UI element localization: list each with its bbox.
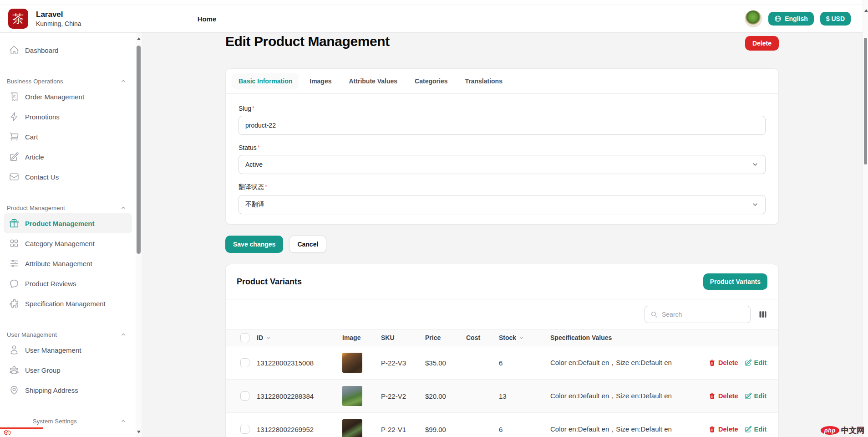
translation-status-label: 翻译状态* — [239, 183, 766, 191]
brand-block: Laravel Kunming, China — [36, 10, 81, 27]
row-edit-button[interactable]: Edit — [745, 426, 766, 433]
sidebar-item-order-management[interactable]: Order Management — [4, 87, 132, 107]
sidebar-section-system-settings[interactable]: System Settings — [7, 416, 127, 427]
sidebar-item-label: Article — [25, 153, 44, 161]
row-delete-button[interactable]: Delete — [708, 426, 738, 433]
pencil-square-icon — [9, 152, 19, 162]
table-row: 131228002288384P-22-V2$20.0013Color en:D… — [226, 380, 778, 413]
sidebar-scrollbar[interactable] — [136, 33, 142, 437]
sidebar-item-cart[interactable]: Cart — [4, 127, 132, 147]
translation-status-select[interactable]: 不翻译 — [239, 195, 766, 214]
cell-spec-values: Color en:Default en，Size en:Default en — [550, 359, 689, 367]
corner-extension-badge[interactable] — [0, 427, 43, 437]
scroll-up-arrow-icon[interactable] — [863, 7, 868, 14]
language-button[interactable]: English — [768, 12, 814, 26]
slug-input[interactable]: product-22 — [239, 116, 766, 135]
column-header-stock[interactable]: Stock — [499, 334, 550, 341]
row-edit-button[interactable]: Edit — [745, 392, 766, 400]
column-header-specification-values: Specification Values — [550, 334, 689, 341]
sidebar-item-product-reviews[interactable]: Product Reviews — [4, 273, 132, 293]
globe-icon — [774, 15, 782, 22]
sidebar-section-product-management[interactable]: Product Management — [7, 202, 127, 213]
cell-stock: 6 — [499, 426, 550, 433]
sidebar-scroll-thumb[interactable] — [137, 46, 141, 254]
chevron-up-icon — [120, 418, 127, 424]
tab-basic-information[interactable]: Basic Information — [232, 73, 299, 89]
trash-icon — [708, 426, 716, 433]
column-label: Image — [342, 334, 360, 341]
delete-label: Delete — [718, 392, 738, 400]
row-delete-button[interactable]: Delete — [708, 359, 738, 367]
chevron-down-icon — [518, 335, 524, 341]
product-image-green-plant — [342, 386, 362, 406]
sidebar-item-user-management[interactable]: User Management — [4, 340, 132, 360]
sidebar-item-shipping-address[interactable]: Shipping Address — [4, 380, 132, 400]
sliders-icon — [9, 258, 19, 268]
product-variants-button[interactable]: Product Variants — [703, 273, 767, 290]
gift-icon — [9, 218, 19, 228]
select-all-checkbox[interactable] — [240, 333, 249, 342]
sidebar-item-product-management[interactable]: Product Management — [4, 213, 132, 233]
cancel-button[interactable]: Cancel — [289, 236, 326, 253]
sidebar-item-article[interactable]: Article — [4, 147, 132, 167]
tab-images[interactable]: Images — [303, 73, 338, 89]
row-delete-button[interactable]: Delete — [708, 392, 738, 400]
sidebar-section-business-operations[interactable]: Business Operations — [7, 76, 127, 87]
scroll-up-arrow-icon[interactable] — [136, 36, 142, 42]
nav-home[interactable]: Home — [198, 15, 217, 23]
app-title: Laravel — [36, 10, 81, 19]
sidebar-item-category-management[interactable]: Category Management — [4, 233, 132, 253]
cell-spec-values: Color en:Default en，Size en:Default en — [550, 392, 689, 401]
sidebar-item-label: User Group — [25, 366, 61, 374]
tab-categories[interactable]: Categories — [408, 73, 454, 89]
sidebar-item-contact-us[interactable]: Contact Us — [4, 167, 132, 187]
tab-translations[interactable]: Translations — [458, 73, 508, 89]
window-scroll-thumb[interactable] — [864, 38, 867, 165]
sidebar-item-specification-management[interactable]: Specification Management — [4, 293, 132, 314]
sliders-icon — [9, 258, 19, 268]
sidebar-item-dashboard[interactable]: Dashboard — [4, 40, 132, 60]
window-scrollbar[interactable] — [863, 0, 868, 437]
receipt-icon — [9, 92, 19, 102]
row-edit-button[interactable]: Edit — [745, 359, 766, 366]
row-checkbox[interactable] — [240, 425, 249, 434]
scroll-down-arrow-icon[interactable] — [136, 429, 142, 435]
cell-id: 131228002315008 — [257, 359, 342, 367]
cell-price: $20.00 — [425, 392, 466, 400]
edit-form-card: Basic InformationImagesAttribute ValuesC… — [225, 68, 779, 225]
map-pin-icon — [9, 385, 19, 395]
row-checkbox[interactable] — [240, 358, 249, 367]
status-label: Status* — [239, 144, 766, 151]
sidebar-section-user-management[interactable]: User Management — [7, 329, 127, 340]
bolt-icon — [9, 112, 19, 122]
column-header-image: Image — [342, 334, 381, 341]
column-label: Stock — [499, 334, 516, 341]
sort-chevron-icon — [265, 335, 271, 341]
chevron-up-icon — [120, 205, 127, 211]
user-avatar[interactable] — [745, 10, 762, 27]
column-header-id[interactable]: ID — [257, 334, 342, 341]
save-button[interactable]: Save changes — [225, 236, 283, 253]
delete-button[interactable]: Delete — [745, 36, 779, 51]
required-asterisk: * — [265, 183, 267, 190]
delete-label: Delete — [718, 426, 738, 433]
column-label: ID — [257, 334, 263, 341]
page-title: Edit Product Management — [225, 34, 390, 49]
status-select[interactable]: Active — [239, 155, 766, 174]
translation-status-field-group: 翻译状态* 不翻译 — [239, 183, 766, 214]
sidebar-item-attribute-management[interactable]: Attribute Management — [4, 253, 132, 273]
squares-icon — [9, 238, 19, 248]
section-label: Product Management — [7, 205, 65, 211]
tab-attribute-values[interactable]: Attribute Values — [343, 73, 404, 89]
currency-button[interactable]: $ USD — [820, 12, 851, 26]
sidebar-item-promotions[interactable]: Promotions — [4, 107, 132, 127]
sidebar-item-user-group[interactable]: User Group — [4, 360, 132, 380]
sidebar-item-label: Cart — [25, 133, 38, 141]
toggle-columns-icon[interactable] — [758, 310, 767, 319]
variants-search[interactable] — [645, 306, 751, 323]
map-pin-icon — [9, 385, 19, 395]
search-input[interactable] — [662, 311, 745, 318]
top-header: 茶 Laravel Kunming, China Home English $ … — [0, 5, 863, 33]
status-field-group: Status* Active — [239, 144, 766, 174]
row-checkbox[interactable] — [240, 391, 249, 401]
